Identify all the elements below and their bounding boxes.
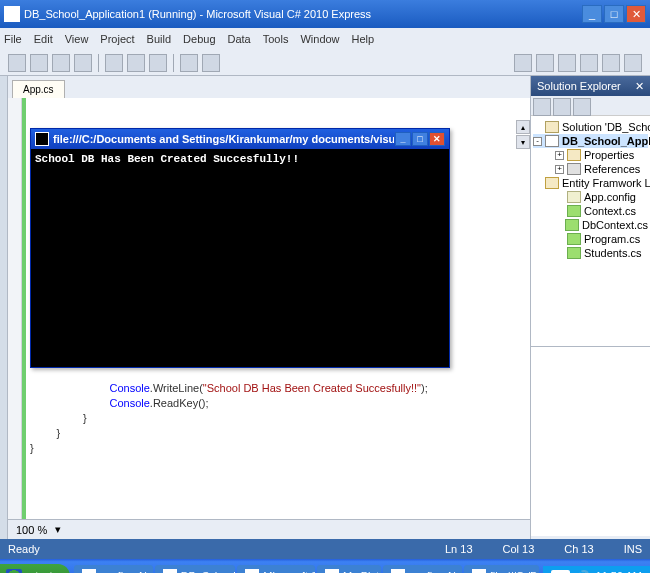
status-line: Ln 13 xyxy=(445,543,473,555)
close-button[interactable]: ✕ xyxy=(626,5,646,23)
toolbar-button[interactable] xyxy=(514,54,532,72)
main-menu: File Edit View Project Build Debug Data … xyxy=(0,28,650,50)
menu-window[interactable]: Window xyxy=(300,33,339,45)
solution-explorer-title: Solution Explorer xyxy=(537,80,635,92)
taskbar-item[interactable]: config - Notepad xyxy=(383,565,462,573)
menu-view[interactable]: View xyxy=(65,33,89,45)
se-toolbar-button[interactable] xyxy=(573,98,591,116)
toolbar-button[interactable] xyxy=(602,54,620,72)
tree-item-references[interactable]: +References xyxy=(533,162,648,176)
toolbar-separator xyxy=(98,54,99,72)
minimize-button[interactable]: _ xyxy=(582,5,602,23)
change-marker xyxy=(22,98,26,519)
menu-help[interactable]: Help xyxy=(352,33,375,45)
status-ch: Ch 13 xyxy=(564,543,593,555)
toolbar-button[interactable] xyxy=(30,54,48,72)
left-rail xyxy=(0,76,8,539)
solution-explorer: Solution 'DB_School_Applicati -DB_School… xyxy=(531,96,650,346)
system-tray[interactable]: EN 🔊 11:59 AM xyxy=(543,566,650,574)
zoom-dropdown-icon[interactable]: ▾ xyxy=(55,523,61,536)
console-title: file:///C:/Documents and Settings/Kirank… xyxy=(53,133,394,145)
tree-item-context[interactable]: Context.cs xyxy=(533,204,648,218)
tray-icon[interactable]: 🔊 xyxy=(576,570,590,574)
notepad-icon xyxy=(82,569,96,573)
menu-build[interactable]: Build xyxy=(147,33,171,45)
maximize-button[interactable]: □ xyxy=(604,5,624,23)
tree-project[interactable]: -DB_School_Applicatio xyxy=(533,134,648,148)
status-bar: Ready Ln 13 Col 13 Ch 13 INS xyxy=(0,539,650,559)
se-toolbar-button[interactable] xyxy=(553,98,571,116)
status-col: Col 13 xyxy=(503,543,535,555)
status-ins: INS xyxy=(624,543,642,555)
start-button[interactable]: start xyxy=(0,564,70,573)
expand-icon[interactable]: + xyxy=(555,151,564,160)
se-toolbar-button[interactable] xyxy=(533,98,551,116)
taskbar: start config - Notepad DB_School_Ap... M… xyxy=(0,559,650,573)
toolbar-button[interactable] xyxy=(580,54,598,72)
collapse-icon[interactable]: - xyxy=(533,137,542,146)
menu-project[interactable]: Project xyxy=(100,33,134,45)
tree-item-dbcontext[interactable]: DbContext.cs xyxy=(533,218,648,232)
toolbar-button[interactable] xyxy=(624,54,642,72)
properties-panel xyxy=(531,346,650,536)
taskbar-item[interactable]: DB_School_Ap... xyxy=(155,565,236,573)
taskbar-item[interactable]: config - Notepad xyxy=(74,565,153,573)
toolbar-button[interactable] xyxy=(180,54,198,72)
expand-icon[interactable]: + xyxy=(555,165,564,174)
status-ready: Ready xyxy=(8,543,40,555)
editor-gutter xyxy=(8,98,22,519)
sql-icon xyxy=(245,569,259,573)
console-icon xyxy=(472,569,486,573)
console-output: School DB Has Been Created Succesfully!! xyxy=(31,149,449,169)
menu-debug[interactable]: Debug xyxy=(183,33,215,45)
toolbar-button[interactable] xyxy=(558,54,576,72)
tree-item-properties[interactable]: +Properties xyxy=(533,148,648,162)
toolbar-button[interactable] xyxy=(74,54,92,72)
tree-item-appconfig[interactable]: App.config xyxy=(533,190,648,204)
scroll-down-icon[interactable]: ▾ xyxy=(516,135,530,149)
console-window[interactable]: file:///C:/Documents and Settings/Kirank… xyxy=(30,128,450,368)
tree-solution[interactable]: Solution 'DB_School_Applicati xyxy=(533,120,648,134)
editor-tab-bar: App.cs xyxy=(8,76,530,98)
tree-item-folder[interactable]: Entity Framwork Lib xyxy=(533,176,648,190)
taskbar-item[interactable]: file:///C:/Docu... xyxy=(464,565,539,573)
tree-item-program[interactable]: Program.cs xyxy=(533,232,648,246)
console-close-button[interactable]: ✕ xyxy=(429,132,445,146)
app-icon xyxy=(4,6,20,22)
toolbar xyxy=(0,50,650,76)
panel-close-icon[interactable]: ✕ xyxy=(635,80,644,93)
console-icon xyxy=(35,132,49,146)
window-title: DB_School_Application1 (Running) - Micro… xyxy=(24,8,582,20)
menu-data[interactable]: Data xyxy=(228,33,251,45)
toolbar-button[interactable] xyxy=(8,54,26,72)
toolbar-separator xyxy=(173,54,174,72)
menu-file[interactable]: File xyxy=(4,33,22,45)
tab-app-cs[interactable]: App.cs xyxy=(12,80,65,98)
taskbar-item[interactable]: My Pictures xyxy=(317,565,381,573)
menu-edit[interactable]: Edit xyxy=(34,33,53,45)
folder-icon xyxy=(325,569,339,573)
zoom-level: 100 % xyxy=(16,524,47,536)
scroll-up-icon[interactable]: ▴ xyxy=(516,120,530,134)
console-minimize-button[interactable]: _ xyxy=(395,132,411,146)
notepad-icon xyxy=(391,569,405,573)
toolbar-button[interactable] xyxy=(536,54,554,72)
vs-icon xyxy=(163,569,177,573)
toolbar-button[interactable] xyxy=(202,54,220,72)
toolbar-button[interactable] xyxy=(105,54,123,72)
menu-tools[interactable]: Tools xyxy=(263,33,289,45)
taskbar-item[interactable]: Microsoft SQL... xyxy=(237,565,315,573)
tree-item-students[interactable]: Students.cs xyxy=(533,246,648,260)
toolbar-button[interactable] xyxy=(52,54,70,72)
toolbar-button[interactable] xyxy=(149,54,167,72)
toolbar-button[interactable] xyxy=(127,54,145,72)
console-maximize-button[interactable]: □ xyxy=(412,132,428,146)
zoom-bar: 100 % ▾ xyxy=(8,519,530,539)
